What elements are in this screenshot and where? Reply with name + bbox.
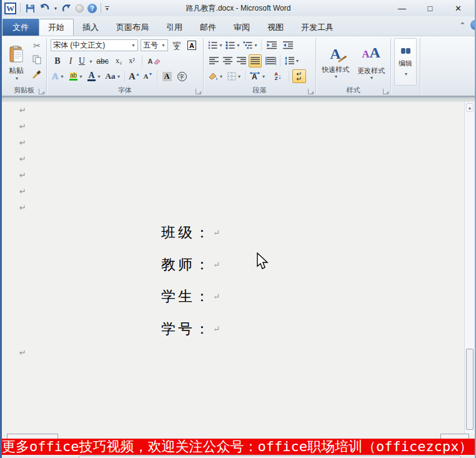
doc-line-student-id[interactable]: 学号：↵	[161, 319, 220, 339]
maximize-button[interactable]: □	[416, 1, 444, 15]
subscript-button[interactable]: x₂	[113, 55, 124, 67]
tab-developer[interactable]: 开发工具	[292, 19, 342, 36]
line-spacing-button[interactable]: ▼	[283, 55, 300, 67]
grow-font-button[interactable]: A ▲	[128, 70, 141, 82]
justify-button[interactable]	[249, 54, 262, 67]
close-button[interactable]: ✕	[444, 1, 472, 15]
character-shading-button[interactable]: A	[161, 70, 173, 82]
bullets-button[interactable]: ▼	[207, 39, 224, 51]
decrease-indent-icon	[267, 41, 277, 49]
tab-page-layout[interactable]: 页面布局	[107, 19, 157, 36]
show-hide-marks-button[interactable]: ↵↵	[292, 69, 306, 83]
collapse-ribbon-icon[interactable]: ⌃	[460, 21, 465, 29]
decrease-indent-button[interactable]	[265, 39, 279, 51]
character-shading-icon: A	[162, 72, 172, 81]
font-color-button[interactable]: A ▼	[87, 70, 102, 82]
underline-caret-icon[interactable]: ▼	[89, 59, 93, 64]
distribute-button[interactable]	[264, 55, 277, 67]
quick-styles-button[interactable]: A 快速样式 ▼	[319, 39, 352, 86]
paragraph-mark: ↵	[19, 203, 26, 212]
paragraph-mark: ↵	[213, 324, 220, 334]
paste-button[interactable]: 粘贴 ▼	[6, 39, 27, 87]
superscript-button[interactable]: x²	[126, 55, 137, 67]
font-name-combobox[interactable]: 宋体 (中文正文)▼	[51, 39, 138, 51]
paragraph-marks-icon: ↵↵	[296, 71, 302, 81]
tab-mailings[interactable]: 邮件	[191, 19, 225, 36]
tab-view[interactable]: 视图	[259, 19, 292, 36]
vertical-scrollbar[interactable]: ▲	[464, 102, 475, 434]
distribute-icon	[265, 57, 276, 65]
scroll-up-icon[interactable]: ▲	[466, 103, 474, 112]
tab-file[interactable]: 文件	[2, 19, 39, 36]
paragraph-mark: ↵	[213, 260, 220, 269]
align-left-icon	[209, 57, 219, 65]
asian-layout-icon: A	[249, 72, 260, 81]
font-color-icon: A	[87, 72, 96, 81]
character-border-button[interactable]: A	[186, 39, 198, 51]
paragraph-mark: ↵	[19, 106, 26, 115]
multilevel-list-button[interactable]: ▼	[242, 39, 259, 51]
align-center-button[interactable]	[221, 55, 234, 67]
bold-button[interactable]: B	[52, 55, 63, 67]
mouse-cursor	[257, 252, 269, 271]
tab-home[interactable]: 开始	[39, 19, 74, 36]
svg-text:A: A	[252, 72, 257, 81]
font-size-combobox[interactable]: 五号▼	[141, 39, 168, 51]
paint-bucket-icon	[208, 72, 218, 81]
paragraph-group-label: 段落	[204, 86, 315, 95]
clipboard-dialog-launcher[interactable]	[39, 89, 44, 94]
doc-line-teacher[interactable]: 教师：↵	[161, 255, 220, 274]
tab-insert[interactable]: 插入	[74, 19, 107, 36]
paste-caret-icon: ▼	[15, 76, 19, 81]
borders-button[interactable]: ▼	[226, 70, 242, 82]
asian-layout-button[interactable]: A▼	[248, 70, 267, 82]
numbering-button[interactable]: ▼	[225, 39, 241, 51]
tab-review[interactable]: 审阅	[225, 19, 259, 36]
align-right-button[interactable]	[235, 55, 247, 67]
format-painter-button[interactable]	[31, 69, 43, 80]
styles-dialog-launcher[interactable]	[383, 89, 389, 94]
status-bar-strip	[2, 455, 476, 458]
borders-icon	[227, 72, 236, 81]
promo-banner-text: 更多office技巧视频，欢迎关注公众号：office职场培训（officezc…	[2, 439, 472, 455]
promo-banner: 更多office技巧视频，欢迎关注公众号：office职场培训（officezc…	[2, 439, 476, 455]
format-painter-icon	[32, 69, 42, 79]
doc-line-class[interactable]: 班级：↵	[161, 223, 220, 242]
scrollbar-thumb[interactable]	[466, 349, 474, 430]
paragraph-mark: ↵	[213, 228, 220, 237]
document-page[interactable]: ↵ ↵ ↵ ↵ ↵ ↵ ↵ 班级：↵ 教师：↵ 学生：↵ 学号：↵ ↵	[2, 102, 465, 439]
text-effects-button[interactable]: A▼	[51, 70, 66, 82]
enclose-characters-button[interactable]: 字	[176, 70, 188, 82]
paragraph-mark: ↵	[213, 292, 220, 301]
shrink-font-button[interactable]: A ▼	[142, 70, 154, 82]
editing-button[interactable]: 编辑 ▼	[394, 38, 417, 86]
italic-button[interactable]: I	[66, 55, 76, 67]
sort-button[interactable]: A Z ↓	[270, 70, 286, 82]
minimize-button[interactable]: —	[388, 1, 416, 15]
justify-icon	[250, 57, 260, 65]
strikethrough-button[interactable]: abc	[94, 55, 111, 67]
change-case-button[interactable]: Aa▼	[104, 70, 122, 82]
copy-button[interactable]	[31, 54, 43, 65]
word-window: W ▾ ? ▾ 路凡教育.docx - Microsoft Word — □	[0, 0, 476, 458]
align-right-icon	[237, 57, 246, 65]
increase-indent-button[interactable]	[281, 39, 295, 51]
horizontal-scrollbar-track[interactable]	[79, 456, 461, 458]
highlight-color-button[interactable]: ab ▼	[67, 70, 85, 82]
paragraph-dialog-launcher[interactable]	[308, 89, 314, 94]
align-left-button[interactable]	[207, 55, 220, 67]
clear-formatting-button[interactable]: A	[147, 55, 162, 67]
phonetic-guide-button[interactable]: wén文	[171, 39, 183, 51]
doc-line-student[interactable]: 学生：↵	[161, 287, 220, 306]
character-border-icon: A	[187, 41, 196, 50]
change-styles-button[interactable]: AA 更改样式 ▼	[354, 39, 389, 86]
ribbon-help-icon[interactable]	[470, 20, 476, 30]
cut-button[interactable]: ✂	[31, 40, 43, 51]
underline-button[interactable]: U	[77, 55, 87, 67]
font-dialog-launcher[interactable]	[196, 89, 201, 94]
page-top-band	[2, 97, 475, 102]
grow-font-icon: A	[129, 71, 136, 82]
change-styles-icon: AA	[362, 45, 380, 62]
shading-button[interactable]: ▼	[207, 70, 224, 82]
tab-references[interactable]: 引用	[157, 19, 191, 36]
